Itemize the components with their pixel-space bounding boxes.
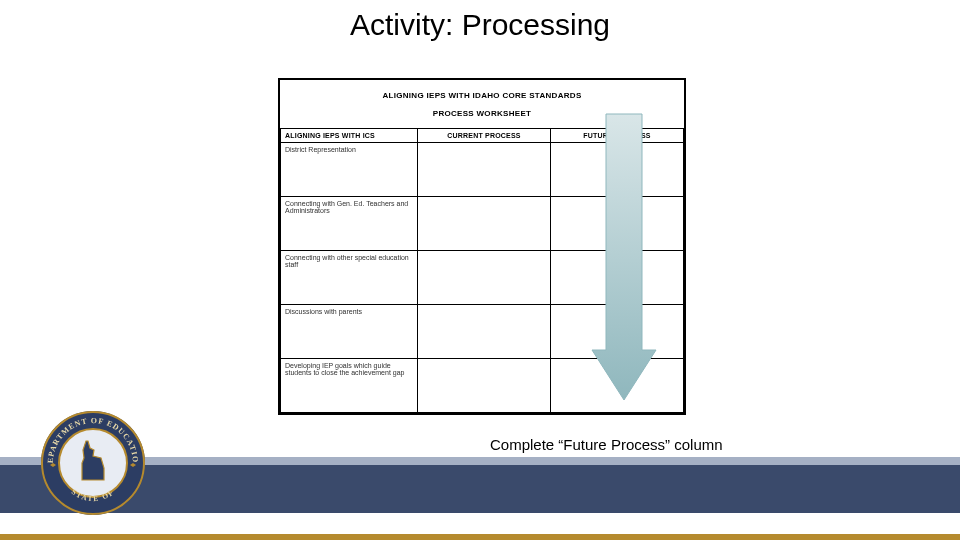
cell-current	[418, 305, 551, 359]
cell-future	[551, 251, 684, 305]
cell-future	[551, 305, 684, 359]
cell-current	[418, 359, 551, 413]
row-label: Discussions with parents	[281, 305, 418, 359]
table-header-row: ALIGNING IEPS WITH ICS CURRENT PROCESS F…	[281, 129, 684, 143]
col-header-aligning: ALIGNING IEPS WITH ICS	[281, 129, 418, 143]
col-header-current: CURRENT PROCESS	[418, 129, 551, 143]
col-header-future: FUTURE PROCESS	[551, 129, 684, 143]
cell-future	[551, 359, 684, 413]
cell-current	[418, 143, 551, 197]
table-row: Developing IEP goals which guide student…	[281, 359, 684, 413]
row-label: Developing IEP goals which guide student…	[281, 359, 418, 413]
worksheet-table: ALIGNING IEPS WITH ICS CURRENT PROCESS F…	[280, 128, 684, 413]
worksheet-heading-line1: ALIGNING IEPS WITH IDAHO CORE STANDARDS	[382, 91, 581, 100]
cell-future	[551, 197, 684, 251]
cell-future	[551, 143, 684, 197]
table-row: Discussions with parents	[281, 305, 684, 359]
table-row: Connecting with Gen. Ed. Teachers and Ad…	[281, 197, 684, 251]
worksheet-heading-line2: PROCESS WORKSHEET	[433, 109, 531, 118]
worksheet-heading: ALIGNING IEPS WITH IDAHO CORE STANDARDS …	[280, 80, 684, 128]
footer-gold-band	[0, 534, 960, 540]
slide: Activity: Processing ALIGNING IEPS WITH …	[0, 0, 960, 540]
table-row: District Representation	[281, 143, 684, 197]
worksheet: ALIGNING IEPS WITH IDAHO CORE STANDARDS …	[278, 78, 686, 415]
row-label: District Representation	[281, 143, 418, 197]
state-seal-icon: DEPARTMENT OF EDUCATION STATE OF	[38, 408, 148, 518]
row-label: Connecting with other special education …	[281, 251, 418, 305]
table-row: Connecting with other special education …	[281, 251, 684, 305]
row-label: Connecting with Gen. Ed. Teachers and Ad…	[281, 197, 418, 251]
cell-current	[418, 251, 551, 305]
cell-current	[418, 197, 551, 251]
slide-title: Activity: Processing	[0, 8, 960, 42]
instruction-caption: Complete “Future Process” column	[490, 436, 723, 453]
